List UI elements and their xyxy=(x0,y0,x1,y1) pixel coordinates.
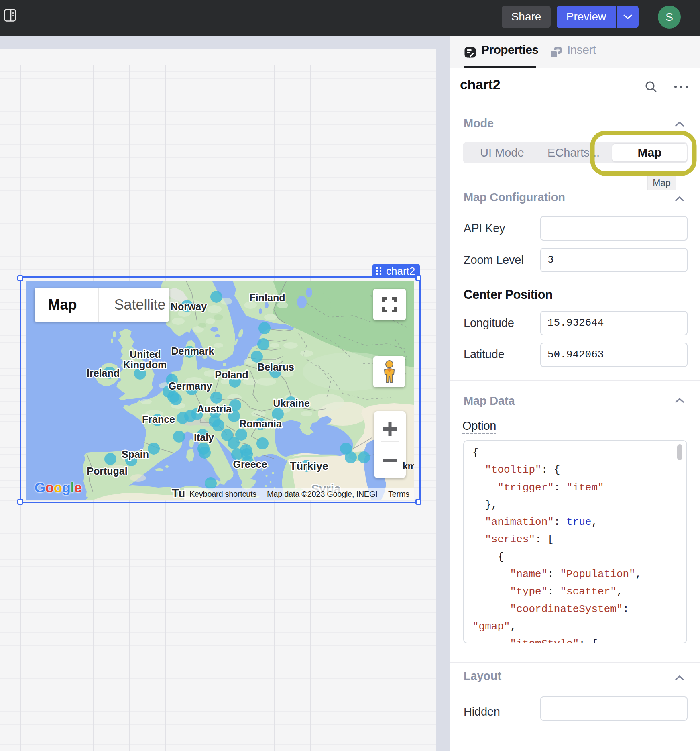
svg-text:Finland: Finland xyxy=(250,292,285,303)
svg-text:Belarus: Belarus xyxy=(257,361,294,373)
svg-text:Norway: Norway xyxy=(171,301,207,312)
svg-text:Austria: Austria xyxy=(197,403,232,414)
svg-text:United: United xyxy=(130,349,161,360)
svg-text:Ireland: Ireland xyxy=(87,367,120,379)
svg-text:Romania: Romania xyxy=(239,418,282,429)
svg-text:France: France xyxy=(142,414,175,425)
svg-text:Türkiye: Türkiye xyxy=(290,460,328,472)
svg-text:Spain: Spain xyxy=(122,449,149,460)
svg-text:Portugal: Portugal xyxy=(87,465,127,477)
svg-text:Ukraine: Ukraine xyxy=(273,398,310,409)
svg-text:Italy: Italy xyxy=(194,432,214,443)
svg-text:Germany: Germany xyxy=(169,380,212,392)
svg-text:Denmark: Denmark xyxy=(171,345,214,357)
svg-text:Kingdom: Kingdom xyxy=(123,359,167,370)
svg-text:Tu: Tu xyxy=(172,486,185,500)
svg-text:Greece: Greece xyxy=(233,459,267,470)
svg-text:Poland: Poland xyxy=(215,369,248,380)
